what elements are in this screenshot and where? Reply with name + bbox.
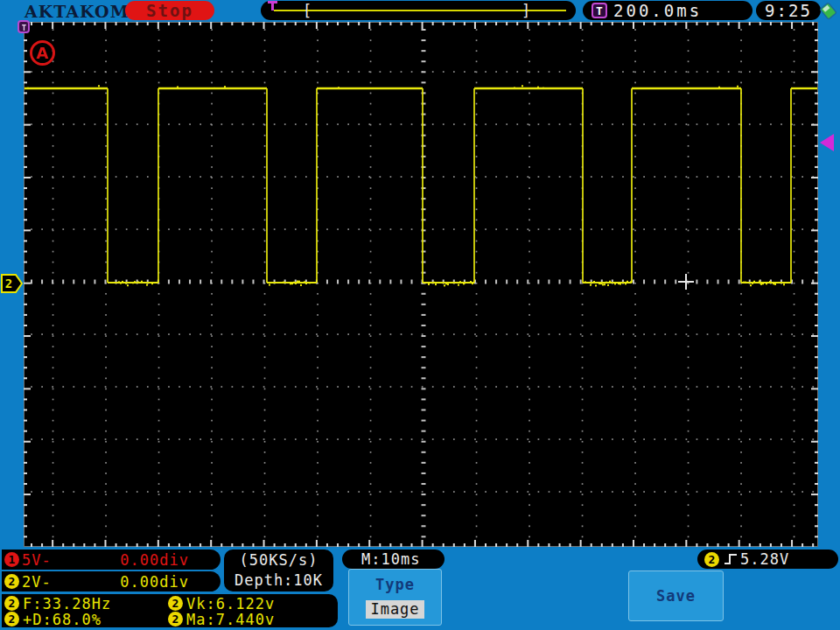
run-stop-indicator[interactable]: Stop <box>125 1 214 20</box>
window-left-bracket: [ <box>303 1 312 20</box>
ch1-status-bar: 1 5V- 0.00div <box>2 550 220 570</box>
ch2-scale: 2V- <box>22 573 52 591</box>
ch1-badge: 1 <box>4 552 19 567</box>
type-selected-value[interactable]: Image <box>366 600 424 619</box>
ch2-offset: 0.00div <box>120 573 189 591</box>
waveform-canvas <box>24 22 818 547</box>
run-stop-label: Stop <box>146 1 193 20</box>
sample-rate: (50KS/s) <box>240 550 318 570</box>
meas-badge: 2 <box>4 596 19 611</box>
trigger-level-arrow[interactable] <box>819 132 835 153</box>
trigger-hpos-letter: T <box>22 24 27 32</box>
bottom-status-area: 1 5V- 0.00div 2 2V- 0.00div (50KS/s) Dep… <box>0 547 840 630</box>
meas-badge: 2 <box>168 612 183 626</box>
auto-trigger-indicator: A <box>30 40 55 66</box>
ch2-level-marker[interactable]: 2 <box>1 274 24 293</box>
save-button[interactable]: Save <box>628 570 724 621</box>
ch1-offset: 0.00div <box>120 551 189 569</box>
measurements-box: 2 F:33.28Hz 2 Vk:6.122v 2 +D:68.0% 2 Ma:… <box>2 594 338 627</box>
ch2-status-bar: 2 2V- 0.00div <box>2 571 220 592</box>
trigger-source-badge: 2 <box>704 552 719 567</box>
window-right-bracket: ] <box>522 1 530 20</box>
measurement-vk: 2 Vk:6.122v <box>168 596 275 611</box>
type-label: Type <box>375 576 415 593</box>
ch2-marker-label: 2 <box>5 276 12 290</box>
measurement-max: 2 Ma:7.440v <box>168 612 275 626</box>
brand-logo: AKTAKOM <box>24 2 130 21</box>
trigger-delay-value: 200.0ms <box>613 1 702 20</box>
clock-readout: 9:25 <box>756 1 821 20</box>
trigger-readout: 2 5.28V <box>697 550 838 569</box>
meas-badge: 2 <box>168 596 183 611</box>
trigger-delay-readout: T 200.0ms <box>583 1 752 20</box>
waveform-display <box>24 22 818 547</box>
clock-value: 9:25 <box>765 1 812 20</box>
ch1-scale: 5V- <box>22 551 52 569</box>
ch2-badge: 2 <box>4 574 19 589</box>
measurement-duty: 2 +D:68.0% <box>4 612 102 626</box>
trigger-t-icon: T <box>592 3 607 18</box>
meas-badge: 2 <box>4 612 19 626</box>
main-timebase-readout: M:10ms <box>342 550 444 569</box>
type-menu-button[interactable]: Type Image <box>348 569 442 626</box>
top-status-bar: AKTAKOM Stop [ ] T 200.0ms 9:25 <box>0 0 840 22</box>
rising-edge-icon <box>723 551 738 567</box>
trigger-level-value: 5.28V <box>740 550 789 568</box>
trigger-hpos-corner-marker[interactable]: T <box>18 20 31 35</box>
measurement-frequency: 2 F:33.28Hz <box>4 596 111 611</box>
record-depth: Depth:10K <box>234 570 323 591</box>
acquisition-info-box: (50KS/s) Depth:10K <box>224 550 333 592</box>
trigger-position-bar[interactable]: [ ] <box>261 1 576 20</box>
usb-storage-icon <box>820 3 837 20</box>
